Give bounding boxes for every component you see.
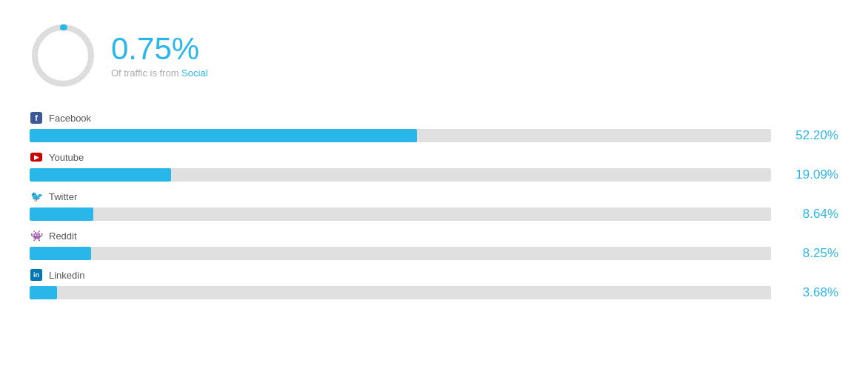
stat-text: 0.75% Of traffic is from Social xyxy=(111,33,208,79)
item-name: Linkedin xyxy=(49,270,84,281)
item-row: 👾 Reddit 8.25% xyxy=(30,229,838,261)
bar-row: 52.20% xyxy=(30,128,838,143)
bar-row: 8.25% xyxy=(30,246,838,261)
item-label-row: 👾 Reddit xyxy=(30,229,838,242)
bar-fill xyxy=(30,129,417,142)
bar-track xyxy=(30,247,771,260)
youtube-icon: ▶ xyxy=(30,150,43,164)
bar-track xyxy=(30,286,771,299)
item-row: f Facebook 52.20% xyxy=(30,111,838,143)
item-label-row: 🐦 Twitter xyxy=(30,190,838,203)
bar-value: 52.20% xyxy=(783,128,838,143)
item-label-row: f Facebook xyxy=(30,111,838,124)
bar-fill xyxy=(30,207,93,221)
facebook-icon: f xyxy=(30,111,43,124)
bar-fill xyxy=(30,168,171,182)
item-name: Facebook xyxy=(49,113,91,124)
twitter-icon: 🐦 xyxy=(30,190,43,203)
reddit-icon: 👾 xyxy=(30,229,43,242)
header-section: 0.75% Of traffic is from Social xyxy=(30,22,838,89)
bar-track xyxy=(30,207,771,221)
item-name: Reddit xyxy=(49,230,77,242)
item-row: in Linkedin 3.68% xyxy=(30,268,838,300)
stat-percentage: 0.75% xyxy=(111,33,208,64)
items-list: f Facebook 52.20% ▶ Youtube 19.09% xyxy=(30,111,838,308)
bar-row: 19.09% xyxy=(30,167,838,182)
bar-row: 8.64% xyxy=(30,207,838,222)
item-row: 🐦 Twitter 8.64% xyxy=(30,190,838,222)
bar-row: 3.68% xyxy=(30,285,838,300)
svg-point-0 xyxy=(35,27,91,84)
bar-fill xyxy=(30,247,91,260)
item-row: ▶ Youtube 19.09% xyxy=(30,150,838,182)
bar-track xyxy=(30,129,771,142)
item-name: Youtube xyxy=(49,152,84,163)
bar-track xyxy=(30,168,771,182)
stat-description: Of traffic is from Social xyxy=(111,67,208,79)
item-label-row: in Linkedin xyxy=(30,268,838,282)
bar-value: 8.64% xyxy=(783,207,838,222)
bar-value: 3.68% xyxy=(783,285,838,300)
item-label-row: ▶ Youtube xyxy=(30,150,838,164)
linkedin-icon: in xyxy=(30,268,43,282)
donut-chart xyxy=(30,22,96,89)
bar-fill xyxy=(30,286,57,299)
item-name: Twitter xyxy=(49,191,77,202)
bar-value: 19.09% xyxy=(783,167,838,182)
bar-value: 8.25% xyxy=(783,246,838,261)
